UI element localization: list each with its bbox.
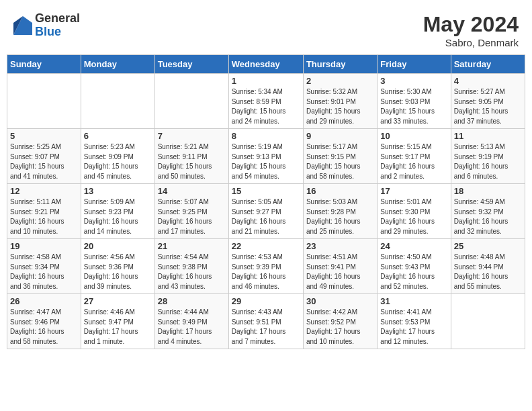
- day-info: Sunrise: 5:19 AM Sunset: 9:13 PM Dayligh…: [232, 142, 300, 181]
- day-number: 2: [306, 76, 374, 86]
- calendar-cell: 8Sunrise: 5:19 AM Sunset: 9:13 PM Daylig…: [228, 129, 303, 184]
- location: Sabro, Denmark: [423, 37, 519, 48]
- col-header-saturday: Saturday: [451, 55, 525, 74]
- day-number: 31: [380, 296, 447, 306]
- day-info: Sunrise: 5:17 AM Sunset: 9:15 PM Dayligh…: [306, 142, 374, 181]
- day-info: Sunrise: 4:46 AM Sunset: 9:47 PM Dayligh…: [84, 308, 152, 347]
- week-row-4: 19Sunrise: 4:58 AM Sunset: 9:34 PM Dayli…: [7, 239, 525, 294]
- day-number: 5: [10, 131, 78, 141]
- logo-blue-text: Blue: [35, 26, 80, 39]
- header-row: SundayMondayTuesdayWednesdayThursdayFrid…: [7, 55, 525, 74]
- day-info: Sunrise: 4:47 AM Sunset: 9:46 PM Dayligh…: [10, 308, 78, 347]
- calendar-cell: 29Sunrise: 4:43 AM Sunset: 9:51 PM Dayli…: [228, 294, 303, 349]
- calendar-cell: 4Sunrise: 5:27 AM Sunset: 9:05 PM Daylig…: [451, 74, 525, 129]
- calendar-cell: 1Sunrise: 5:34 AM Sunset: 8:59 PM Daylig…: [228, 74, 303, 129]
- calendar-cell: 21Sunrise: 4:54 AM Sunset: 9:38 PM Dayli…: [154, 239, 228, 294]
- title-block: May 2024 Sabro, Denmark: [423, 12, 519, 48]
- day-info: Sunrise: 5:21 AM Sunset: 9:11 PM Dayligh…: [158, 142, 226, 181]
- calendar-cell: [81, 74, 154, 129]
- day-info: Sunrise: 4:58 AM Sunset: 9:34 PM Dayligh…: [10, 253, 78, 291]
- day-info: Sunrise: 4:53 AM Sunset: 9:39 PM Dayligh…: [232, 253, 300, 291]
- day-info: Sunrise: 4:44 AM Sunset: 9:49 PM Dayligh…: [158, 308, 226, 347]
- day-number: 8: [232, 131, 300, 141]
- day-info: Sunrise: 4:41 AM Sunset: 9:53 PM Dayligh…: [380, 308, 447, 347]
- calendar-cell: 2Sunrise: 5:32 AM Sunset: 9:01 PM Daylig…: [303, 74, 377, 129]
- col-header-thursday: Thursday: [303, 55, 377, 74]
- day-info: Sunrise: 4:42 AM Sunset: 9:52 PM Dayligh…: [306, 308, 374, 347]
- logo-general-text: General: [35, 12, 80, 26]
- day-number: 12: [10, 186, 78, 196]
- calendar-cell: 15Sunrise: 5:05 AM Sunset: 9:27 PM Dayli…: [228, 184, 303, 239]
- day-number: 27: [84, 296, 152, 306]
- calendar-cell: 16Sunrise: 5:03 AM Sunset: 9:28 PM Dayli…: [303, 184, 377, 239]
- day-number: 19: [10, 241, 78, 251]
- day-info: Sunrise: 5:15 AM Sunset: 9:17 PM Dayligh…: [380, 142, 447, 181]
- calendar-cell: [7, 74, 81, 129]
- day-number: 3: [380, 76, 447, 86]
- day-number: 20: [84, 241, 152, 251]
- calendar-cell: 9Sunrise: 5:17 AM Sunset: 9:15 PM Daylig…: [303, 129, 377, 184]
- day-info: Sunrise: 5:05 AM Sunset: 9:27 PM Dayligh…: [232, 197, 300, 236]
- calendar-cell: 24Sunrise: 4:50 AM Sunset: 9:43 PM Dayli…: [378, 239, 451, 294]
- calendar-cell: 5Sunrise: 5:25 AM Sunset: 9:07 PM Daylig…: [7, 129, 81, 184]
- day-info: Sunrise: 5:32 AM Sunset: 9:01 PM Dayligh…: [306, 87, 374, 126]
- day-info: Sunrise: 5:07 AM Sunset: 9:25 PM Dayligh…: [158, 197, 226, 236]
- day-number: 16: [306, 186, 374, 196]
- day-info: Sunrise: 5:11 AM Sunset: 9:21 PM Dayligh…: [10, 197, 78, 236]
- calendar-cell: [154, 74, 228, 129]
- day-number: 26: [10, 296, 78, 306]
- calendar-cell: 3Sunrise: 5:30 AM Sunset: 9:03 PM Daylig…: [378, 74, 451, 129]
- day-number: 22: [232, 241, 300, 251]
- month-year: May 2024: [423, 12, 519, 37]
- col-header-wednesday: Wednesday: [228, 55, 303, 74]
- day-number: 9: [306, 131, 374, 141]
- day-info: Sunrise: 5:09 AM Sunset: 9:23 PM Dayligh…: [84, 197, 152, 236]
- calendar-cell: 13Sunrise: 5:09 AM Sunset: 9:23 PM Dayli…: [81, 184, 154, 239]
- day-number: 23: [306, 241, 374, 251]
- calendar-cell: 6Sunrise: 5:23 AM Sunset: 9:09 PM Daylig…: [81, 129, 154, 184]
- day-number: 21: [158, 241, 226, 251]
- day-number: 13: [84, 186, 152, 196]
- calendar-cell: 11Sunrise: 5:13 AM Sunset: 9:19 PM Dayli…: [451, 129, 525, 184]
- day-number: 28: [158, 296, 226, 306]
- calendar-cell: 30Sunrise: 4:42 AM Sunset: 9:52 PM Dayli…: [303, 294, 377, 349]
- day-info: Sunrise: 5:34 AM Sunset: 8:59 PM Dayligh…: [232, 87, 300, 126]
- week-row-3: 12Sunrise: 5:11 AM Sunset: 9:21 PM Dayli…: [7, 184, 525, 239]
- calendar-cell: 18Sunrise: 4:59 AM Sunset: 9:32 PM Dayli…: [451, 184, 525, 239]
- calendar-cell: 14Sunrise: 5:07 AM Sunset: 9:25 PM Dayli…: [154, 184, 228, 239]
- day-number: 14: [158, 186, 226, 196]
- day-info: Sunrise: 4:50 AM Sunset: 9:43 PM Dayligh…: [380, 253, 447, 291]
- week-row-2: 5Sunrise: 5:25 AM Sunset: 9:07 PM Daylig…: [7, 129, 525, 184]
- calendar-cell: 27Sunrise: 4:46 AM Sunset: 9:47 PM Dayli…: [81, 294, 154, 349]
- calendar-cell: 7Sunrise: 5:21 AM Sunset: 9:11 PM Daylig…: [154, 129, 228, 184]
- calendar-cell: 17Sunrise: 5:01 AM Sunset: 9:30 PM Dayli…: [378, 184, 451, 239]
- col-header-sunday: Sunday: [7, 55, 81, 74]
- calendar-table: SundayMondayTuesdayWednesdayThursdayFrid…: [7, 54, 525, 349]
- col-header-friday: Friday: [378, 55, 451, 74]
- day-number: 24: [380, 241, 447, 251]
- calendar-cell: 22Sunrise: 4:53 AM Sunset: 9:39 PM Dayli…: [228, 239, 303, 294]
- day-number: 4: [454, 76, 522, 86]
- day-info: Sunrise: 5:13 AM Sunset: 9:19 PM Dayligh…: [454, 142, 522, 181]
- day-info: Sunrise: 4:43 AM Sunset: 9:51 PM Dayligh…: [232, 308, 300, 347]
- calendar-cell: 19Sunrise: 4:58 AM Sunset: 9:34 PM Dayli…: [7, 239, 81, 294]
- day-number: 25: [454, 241, 522, 251]
- day-info: Sunrise: 5:30 AM Sunset: 9:03 PM Dayligh…: [380, 87, 447, 126]
- day-info: Sunrise: 5:03 AM Sunset: 9:28 PM Dayligh…: [306, 197, 374, 236]
- logo-icon: [13, 16, 32, 35]
- day-info: Sunrise: 5:23 AM Sunset: 9:09 PM Dayligh…: [84, 142, 152, 181]
- calendar-cell: 10Sunrise: 5:15 AM Sunset: 9:17 PM Dayli…: [378, 129, 451, 184]
- day-number: 30: [306, 296, 374, 306]
- calendar-cell: 28Sunrise: 4:44 AM Sunset: 9:49 PM Dayli…: [154, 294, 228, 349]
- day-number: 17: [380, 186, 447, 196]
- day-info: Sunrise: 4:48 AM Sunset: 9:44 PM Dayligh…: [454, 253, 522, 291]
- col-header-monday: Monday: [81, 55, 154, 74]
- day-info: Sunrise: 5:27 AM Sunset: 9:05 PM Dayligh…: [454, 87, 522, 126]
- day-info: Sunrise: 4:51 AM Sunset: 9:41 PM Dayligh…: [306, 253, 374, 291]
- calendar-cell: [451, 294, 525, 349]
- day-number: 29: [232, 296, 300, 306]
- day-info: Sunrise: 5:01 AM Sunset: 9:30 PM Dayligh…: [380, 197, 447, 236]
- col-header-tuesday: Tuesday: [154, 55, 228, 74]
- day-number: 7: [158, 131, 226, 141]
- calendar-cell: 31Sunrise: 4:41 AM Sunset: 9:53 PM Dayli…: [378, 294, 451, 349]
